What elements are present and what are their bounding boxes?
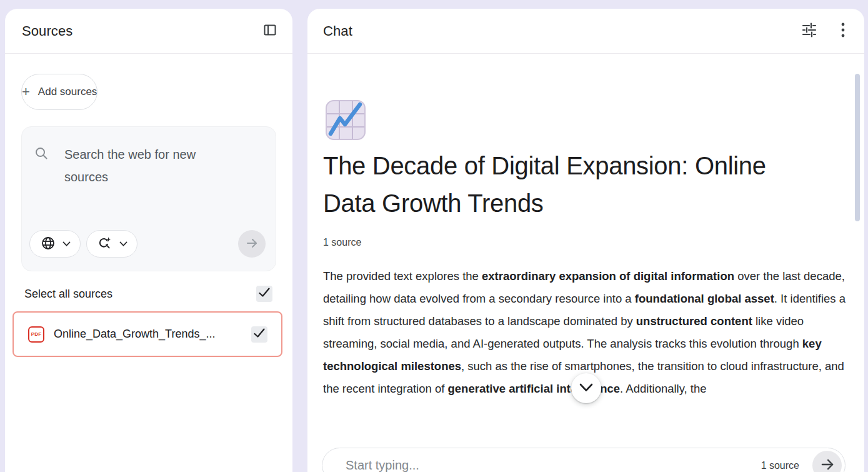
kebab-menu-icon — [841, 23, 845, 39]
source-type-globe-dropdown[interactable] — [29, 230, 81, 258]
source-row-online-data-growth-trends[interactable]: PDF Online_Data_Growth_Trends_... — [12, 311, 282, 357]
source-checkbox[interactable] — [251, 326, 267, 343]
tune-sliders-icon — [801, 22, 817, 40]
collapse-sources-panel-button[interactable] — [262, 23, 277, 39]
add-sources-label: Add sources — [38, 86, 97, 98]
web-search-submit-button[interactable] — [238, 230, 266, 258]
chevron-down-icon — [62, 239, 71, 249]
select-all-row: Select all sources — [24, 286, 272, 302]
sources-header: Sources — [5, 9, 292, 54]
chat-scrollbar-thumb[interactable] — [855, 74, 860, 221]
web-search-input[interactable]: Search the web for new sources — [64, 143, 236, 188]
pdf-file-icon: PDF — [28, 326, 44, 343]
checkmark-icon — [259, 288, 270, 301]
search-icon — [34, 143, 48, 163]
heading-source-count: 1 source — [323, 237, 864, 248]
globe-icon — [41, 236, 56, 253]
arrow-right-icon — [244, 236, 259, 253]
scroll-to-bottom-button[interactable] — [571, 373, 601, 403]
chevron-down-icon — [119, 239, 127, 249]
sources-title: Sources — [22, 23, 72, 39]
chat-panel: Chat — [307, 9, 864, 472]
input-source-count: 1 source — [761, 460, 799, 471]
checkmark-icon — [254, 328, 265, 341]
plus-icon: + — [22, 85, 30, 99]
sparkle-search-icon — [97, 236, 112, 253]
sources-panel: Sources + Add sources Search the web for… — [5, 9, 292, 472]
add-sources-button[interactable]: + Add sources — [21, 74, 97, 110]
send-message-button[interactable] — [812, 451, 842, 472]
chart-increasing-emoji — [323, 98, 368, 143]
notebook-heading: The Decade of Digital Expansion: Online … — [323, 147, 817, 222]
source-name: Online_Data_Growth_Trends_... — [54, 328, 242, 341]
chat-title: Chat — [323, 23, 352, 39]
chat-input[interactable] — [346, 458, 761, 472]
chat-scroll-area[interactable]: The Decade of Digital Expansion: Online … — [307, 54, 864, 400]
side-panel-icon — [262, 23, 277, 39]
arrow-right-icon — [819, 456, 836, 472]
chat-input-bar: 1 source — [322, 448, 846, 472]
web-search-card[interactable]: Search the web for new sources — [21, 126, 276, 271]
chat-settings-button[interactable] — [801, 22, 817, 40]
search-mode-dropdown[interactable] — [86, 230, 137, 258]
chevron-down-icon — [579, 383, 593, 394]
select-all-checkbox[interactable] — [256, 286, 272, 302]
chat-more-menu-button[interactable] — [841, 23, 845, 39]
chat-header: Chat — [307, 9, 864, 54]
select-all-label: Select all sources — [24, 288, 112, 301]
